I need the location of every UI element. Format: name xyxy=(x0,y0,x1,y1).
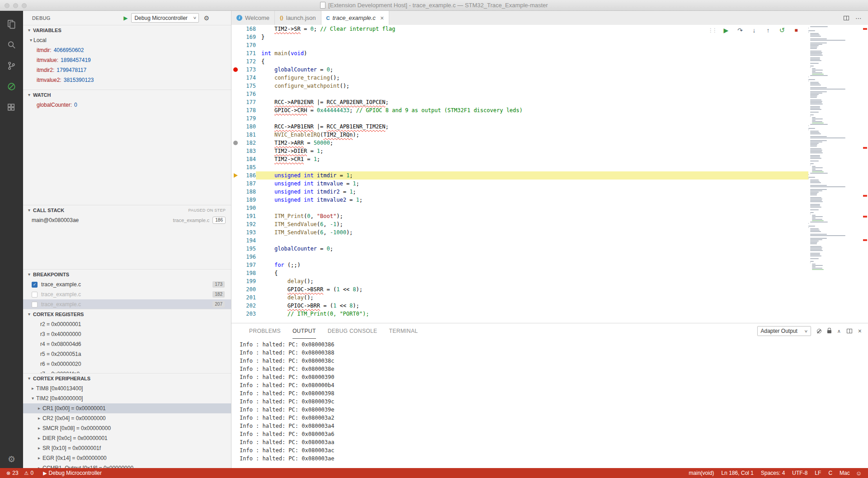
peripheral-item[interactable]: ▾TIM2 [0x40000000] xyxy=(23,393,231,403)
drag-handle[interactable]: ⋮⋮ xyxy=(708,27,716,33)
variables-section-header[interactable]: ▾ VARIABLES xyxy=(23,25,231,35)
current-line-arrow-icon[interactable] xyxy=(231,171,240,180)
start-debugging-button[interactable]: ▶ xyxy=(123,15,127,21)
maximize-panel-icon[interactable]: ∧ xyxy=(837,328,841,334)
code-editor[interactable]: 168 TIM2->SR = 0; // Clear interrupt fla… xyxy=(231,25,868,323)
chevron-right-icon[interactable]: ▸ xyxy=(37,463,42,468)
code-line[interactable]: 182 TIM2->ARR = 50000; xyxy=(231,139,808,147)
scope-local[interactable]: ▾ Local xyxy=(23,35,231,45)
title-bar[interactable]: [Extension Development Host] - trace_exa… xyxy=(0,0,868,11)
code-line[interactable]: 199 delay(); xyxy=(231,277,808,285)
minimize-window-button[interactable] xyxy=(13,3,18,8)
variable-item[interactable]: itmdir:4066950602 xyxy=(23,45,231,55)
code-line[interactable]: 181 NVIC_EnableIRQ(TIM2_IRQn); xyxy=(231,131,808,139)
tab-welcome[interactable]: iWelcome xyxy=(231,11,275,25)
code-line[interactable]: 202 GPIOC->BRR = (1 << 8); xyxy=(231,302,808,310)
call-stack-section-header[interactable]: ▾ CALL STACK PAUSED ON STEP xyxy=(23,205,231,215)
split-panel-icon[interactable] xyxy=(847,327,852,335)
code-line[interactable]: 191 ITM_Print(0, "Boot"); xyxy=(231,212,808,220)
register-item[interactable]: r5 = 0x2000051a xyxy=(23,349,231,359)
chevron-down-icon[interactable]: ▾ xyxy=(30,393,35,403)
code-line[interactable]: 201 delay(); xyxy=(231,293,808,302)
breakpoint-item[interactable]: ✓trace_example.c173 xyxy=(23,279,231,289)
chevron-right-icon[interactable]: ▸ xyxy=(37,423,42,433)
code-line[interactable]: 180 RCC->APB1ENR |= RCC_APB1ENR_TIM2EN; xyxy=(231,123,808,131)
peripheral-item[interactable]: ▸TIM8 [0x40013400] xyxy=(23,383,231,393)
code-line[interactable]: 195 globalCounter = 0; xyxy=(231,245,808,253)
debug-status[interactable]: ▶ Debug Microcontroller xyxy=(41,470,104,476)
extensions-icon[interactable] xyxy=(0,97,23,118)
code-line[interactable]: 173 globalCounter = 0; xyxy=(231,66,808,74)
code-line[interactable]: 171int main(void) xyxy=(231,49,808,57)
encoding[interactable]: UTF-8 xyxy=(790,470,809,476)
register-item[interactable]: r6 = 0x00000020 xyxy=(23,359,231,369)
breakpoint-checkbox[interactable] xyxy=(32,292,38,298)
stop-button[interactable]: ■ xyxy=(792,27,800,33)
clear-output-icon[interactable] xyxy=(817,327,821,335)
source-control-icon[interactable] xyxy=(0,55,23,76)
variable-item[interactable]: globalCounter:0 xyxy=(23,100,231,110)
panel-tab-output[interactable]: OUTPUT xyxy=(292,323,316,339)
panel-tab-problems[interactable]: PROBLEMS xyxy=(249,323,281,339)
disabled-breakpoint-icon[interactable] xyxy=(231,139,240,147)
split-editor-icon[interactable] xyxy=(844,14,849,22)
cortex-peripherals-section-header[interactable]: ▾ CORTEX PERIPHERALS xyxy=(23,374,231,383)
code-line[interactable]: 184 TIM2->CR1 = 1; xyxy=(231,155,808,163)
error-count[interactable]: ⊗ 23 xyxy=(5,470,20,476)
peripheral-item[interactable]: ▸CCMR1_Output [0x18] = 0x00000000 xyxy=(23,463,231,468)
close-window-button[interactable] xyxy=(5,3,9,8)
continue-button[interactable]: ▶ xyxy=(722,27,730,34)
more-actions-icon[interactable]: ⋯ xyxy=(855,14,862,22)
chevron-right-icon[interactable]: ▸ xyxy=(30,383,35,393)
output-log[interactable]: Info : halted: PC: 0x08000386Info : halt… xyxy=(231,339,868,468)
cortex-registers-section-header[interactable]: ▾ CORTEX REGISTERS xyxy=(23,309,231,319)
breakpoint-checkbox[interactable]: ✓ xyxy=(32,282,38,288)
peripheral-item[interactable]: ▸EGR [0x14] = 0x00000000 xyxy=(23,453,231,463)
code-line[interactable]: 187 unsigned int itmvalue = 1; xyxy=(231,180,808,188)
register-item[interactable]: r4 = 0x080004d6 xyxy=(23,339,231,349)
variable-item[interactable]: itmdir2:1799478117 xyxy=(23,65,231,75)
variable-item[interactable]: itmvalue:1898457419 xyxy=(23,55,231,65)
code-line[interactable]: 200 GPIOC->BSRR = (1 << 8); xyxy=(231,285,808,293)
feedback-smiley-icon[interactable]: ☺ xyxy=(854,470,863,477)
tab-launch-json[interactable]: {}launch.json xyxy=(275,11,321,25)
eol[interactable]: LF xyxy=(813,470,823,476)
step-into-button[interactable]: ↓ xyxy=(750,27,758,34)
lock-scroll-icon[interactable] xyxy=(827,327,831,335)
restart-button[interactable]: ↺ xyxy=(778,26,786,34)
code-line[interactable]: 183 TIM2->DIER = 1; xyxy=(231,147,808,155)
code-line[interactable]: 194 xyxy=(231,237,808,245)
code-line[interactable]: 170 xyxy=(231,41,808,49)
chevron-right-icon[interactable]: ▸ xyxy=(37,433,42,443)
register-item[interactable]: r3 = 0x40000000 xyxy=(23,329,231,339)
output-channel-dropdown[interactable]: Adapter Output ∨ xyxy=(757,326,811,336)
chevron-right-icon[interactable]: ▸ xyxy=(37,453,42,463)
peripheral-item[interactable]: ▸CR2 [0x04] = 0x00000000 xyxy=(23,413,231,423)
zoom-window-button[interactable] xyxy=(22,3,27,8)
warning-count[interactable]: ⚠ 0 xyxy=(23,470,36,476)
settings-gear-icon[interactable]: ⚙ xyxy=(8,454,15,464)
close-icon[interactable]: × xyxy=(380,14,384,22)
keymap[interactable]: Mac xyxy=(838,470,852,476)
peripheral-item[interactable]: ▸DIER [0x0c] = 0x00000001 xyxy=(23,433,231,443)
code-line[interactable]: 203 // ITM_Print(0, "PORT0"); xyxy=(231,310,808,318)
explorer-icon[interactable] xyxy=(0,14,23,34)
breakpoint-item[interactable]: trace_example.c182 xyxy=(23,289,231,299)
step-out-button[interactable]: ↑ xyxy=(764,27,772,34)
code-line[interactable]: 177 RCC->APB2ENR |= RCC_APB2ENR_IOPCEN; xyxy=(231,98,808,106)
current-function[interactable]: main(void) xyxy=(687,470,716,476)
panel-tab-debug-console[interactable]: DEBUG CONSOLE xyxy=(328,323,377,339)
debug-config-dropdown[interactable]: Debug Microcontroller ∨ xyxy=(131,13,199,23)
peripheral-item[interactable]: ▸CR1 [0x00] = 0x00000001 xyxy=(23,403,231,413)
chevron-right-icon[interactable]: ▸ xyxy=(37,443,42,453)
code-line[interactable]: 190 xyxy=(231,204,808,212)
code-line[interactable]: 188 unsigned int itmdir2 = 1; xyxy=(231,188,808,196)
code-line[interactable]: 172{ xyxy=(231,57,808,66)
code-line[interactable]: 197 for (;;) xyxy=(231,261,808,269)
language-mode[interactable]: C xyxy=(826,470,834,476)
code-line[interactable]: 176 xyxy=(231,90,808,98)
chevron-right-icon[interactable]: ▸ xyxy=(37,413,42,423)
code-line[interactable]: 193 ITM_SendValue(6, -1000); xyxy=(231,228,808,237)
code-line[interactable]: 192 ITM_SendValue(6, -1); xyxy=(231,220,808,228)
code-line[interactable]: 198 { xyxy=(231,269,808,277)
